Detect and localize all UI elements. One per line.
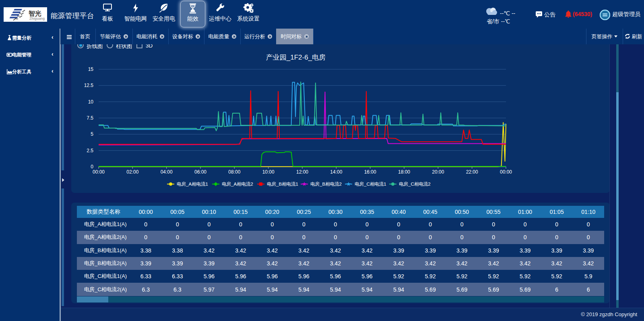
svg-text:智光: 智光	[28, 10, 41, 17]
svg-text:Zhiguang: Zhiguang	[29, 17, 45, 21]
